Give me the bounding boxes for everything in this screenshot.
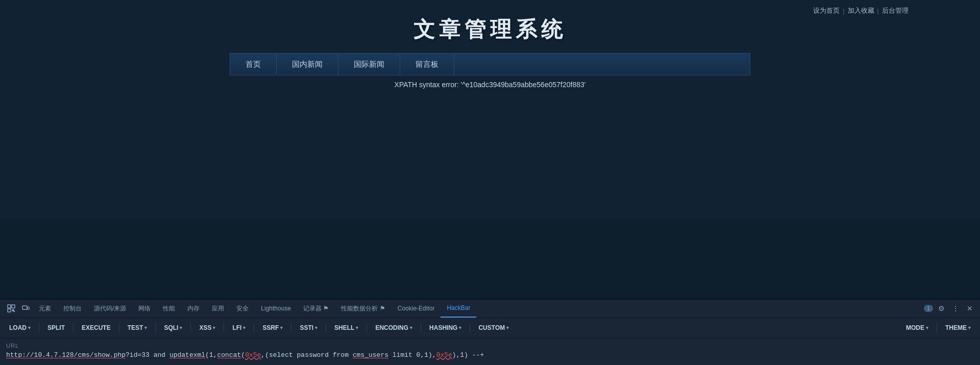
ssti-button[interactable]: SSTI ▾ [295,322,323,333]
load-button[interactable]: LOAD ▾ [4,322,36,333]
url-params-mid: (1, [205,351,217,359]
nav-bar: 首页 国内新闻 国际新闻 留言板 [230,53,750,75]
ssrf-button[interactable]: SSRF ▾ [257,322,288,333]
toolbar-separator-10 [366,323,367,333]
tab-network[interactable]: 网络 [132,299,157,318]
tab-cookie-editor[interactable]: Cookie-Editor [391,299,441,318]
tab-sources[interactable]: 源代码/来源 [88,299,132,318]
url-0x5e-2: 0x5e [436,351,452,359]
test-button[interactable]: TEST ▾ [122,322,153,333]
toolbar-separator-11 [421,323,421,333]
nav-international[interactable]: 国际新闻 [338,54,400,75]
devtools-tabs-bar: 元素 控制台 源代码/来源 网络 性能 内存 应用 安全 Lighthouse … [0,300,980,318]
sqli-arrow-icon: ▾ [180,325,182,330]
ssrf-arrow-icon: ▾ [280,325,283,330]
url-0x5e-1: 0x5e [245,351,261,359]
close-devtools-icon[interactable]: ✕ [964,302,976,315]
url-area: URL http://10.4.7.128/cms/show.php?id=33… [0,338,980,366]
tab-recorder[interactable]: 记录器 ⚑ [297,299,335,318]
settings-icon[interactable]: ⚙ [935,302,947,315]
hackbar-toolbar: LOAD ▾ SPLIT EXECUTE TEST ▾ SQLI ▾ XSS ▾… [0,318,980,338]
toolbar-separator-2 [73,323,74,333]
toolbar-separator-5 [190,323,191,333]
set-homepage-link[interactable]: 设为首页 [813,6,840,15]
tab-hackbar[interactable]: HackBar [440,299,476,318]
svg-rect-2 [8,309,11,312]
toolbar-separator-9 [326,323,326,333]
tab-elements[interactable]: 元素 [33,299,57,318]
url-base-part: http://10.4.7.128/cms/show.php [6,351,126,359]
url-params-start: ?id=33 and [126,351,169,359]
toolbar-separator-1 [39,323,39,333]
hashing-arrow-icon: ▾ [459,325,461,330]
url-params-3: ,(select password from [261,351,352,359]
svg-rect-0 [8,305,11,308]
theme-arrow-icon: ▾ [968,325,971,330]
svg-rect-1 [12,305,15,308]
device-toggle-icon[interactable] [18,301,33,316]
split-button[interactable]: SPLIT [42,322,70,333]
encoding-button[interactable]: ENCODING ▾ [370,322,418,333]
tab-perf-insights[interactable]: 性能数据分析 ⚑ [335,299,391,318]
toolbar-separator-3 [119,323,119,333]
devtools-panel: 元素 控制台 源代码/来源 网络 性能 内存 应用 安全 Lighthouse … [0,299,980,366]
toolbar-separator-4 [155,323,156,333]
lfi-arrow-icon: ▾ [243,325,246,330]
mode-button[interactable]: MODE ▾ [901,322,934,333]
mode-arrow-icon: ▾ [926,325,928,330]
url-params-2: ( [241,351,245,359]
nav-guestbook[interactable]: 留言板 [400,54,454,75]
svg-rect-4 [28,307,29,309]
tab-console[interactable]: 控制台 [57,299,88,318]
tab-application[interactable]: 应用 [206,299,230,318]
toolbar-separator-8 [291,323,291,333]
ssti-arrow-icon: ▾ [315,325,317,330]
lfi-button[interactable]: LFI ▾ [227,322,251,333]
custom-button[interactable]: CUSTOM ▾ [473,322,514,333]
toolbar-separator-7 [254,323,254,333]
url-params-end: ),1) --+ [452,351,484,359]
url-value[interactable]: http://10.4.7.128/cms/show.php?id=33 and… [6,350,974,360]
tab-lighthouse[interactable]: Lighthouse [255,299,297,318]
notification-badge: 1 [924,305,933,312]
execute-button[interactable]: EXECUTE [77,322,116,333]
tab-performance[interactable]: 性能 [157,299,181,318]
url-params-4: limit 0,1), [388,351,436,359]
add-bookmark-link[interactable]: 加入收藏 [848,6,874,15]
theme-button[interactable]: THEME ▾ [940,322,976,333]
test-arrow-icon: ▾ [144,325,147,330]
shell-button[interactable]: SHELL ▾ [329,322,363,333]
hashing-button[interactable]: HASHING ▾ [424,322,467,333]
xss-button[interactable]: XSS ▾ [194,322,220,333]
toolbar-separator-13 [937,323,937,333]
tab-memory[interactable]: 内存 [181,299,206,318]
sqli-button[interactable]: SQLI ▾ [159,322,187,333]
url-concat: concat [217,351,241,359]
load-arrow-icon: ▾ [28,325,31,330]
toolbar-separator-12 [470,323,470,333]
url-cms-users: cms_users [353,351,388,359]
tab-security[interactable]: 安全 [230,299,255,318]
devtools-right-icons: 1 ⚙ ⋮ ✕ [924,302,976,315]
encoding-arrow-icon: ▾ [410,325,412,330]
svg-rect-3 [22,306,27,309]
shell-arrow-icon: ▾ [356,325,358,330]
xss-arrow-icon: ▾ [213,325,215,330]
nav-domestic[interactable]: 国内新闻 [277,54,338,75]
nav-home[interactable]: 首页 [230,54,277,75]
toolbar-separator-6 [224,323,224,333]
url-label: URL [6,343,974,349]
inspect-icon[interactable] [4,301,18,316]
top-links: 设为首页 | 加入收藏 | 后台管理 [813,6,909,15]
xpath-error: XPATH syntax error: '^e10adc3949ba59abbe… [395,81,586,89]
more-options-icon[interactable]: ⋮ [949,302,962,315]
custom-arrow-icon: ▾ [506,325,509,330]
url-updatexml: updatexml [169,351,205,359]
main-content: 设为首页 | 加入收藏 | 后台管理 文章管理系统 首页 国内新闻 国际新闻 留… [0,0,980,219]
site-title: 文章管理系统 [413,15,567,44]
admin-link[interactable]: 后台管理 [882,6,909,15]
